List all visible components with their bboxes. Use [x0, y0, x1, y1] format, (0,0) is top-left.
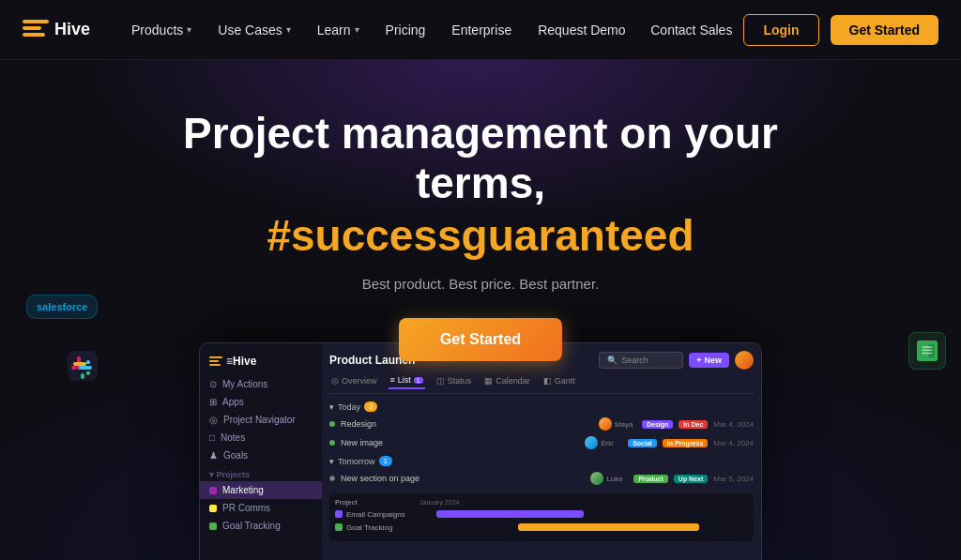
sheets-integration	[908, 332, 946, 370]
hero-description: Best product. Best price. Best partner.	[362, 276, 600, 292]
sidebar-item-notes[interactable]: □ Notes	[200, 429, 322, 446]
nav-learn[interactable]: Learn ▾	[306, 17, 371, 43]
nav-enterprise[interactable]: Enterprise	[440, 17, 523, 43]
sidebar-project-marketing[interactable]: Marketing	[200, 481, 322, 499]
overview-icon: ◎	[331, 376, 339, 386]
search-box[interactable]: 🔍 Search	[599, 352, 683, 369]
gantt-dates: January 2024	[419, 499, 748, 506]
projects-section-label: ▾ Projects	[200, 464, 322, 481]
slack-integration	[68, 351, 98, 385]
sidebar-item-my-actions[interactable]: ⊙ My Actions	[200, 375, 322, 393]
gantt-bar	[436, 510, 585, 518]
login-button[interactable]: Login	[743, 14, 818, 46]
app-preview: ≡Hive ⊙ My Actions ⊞ Apps ◎ Project Navi…	[199, 342, 762, 560]
list-icon: ≡	[390, 375, 395, 385]
gantt-row-label: Email Campaigns	[335, 510, 419, 519]
salesforce-integration: salesforce	[26, 295, 98, 319]
svg-rect-8	[923, 350, 933, 351]
svg-rect-11	[209, 360, 219, 362]
gantt-column-label: Project	[335, 499, 419, 506]
project-color-dot	[209, 487, 217, 494]
gantt-header: Project January 2024	[335, 499, 748, 506]
gantt-icon: ◧	[543, 376, 552, 386]
svg-rect-2	[23, 33, 45, 37]
project-color-dot	[209, 522, 217, 530]
task-tag: Design	[642, 420, 673, 429]
topbar-right: 🔍 Search + New	[599, 351, 754, 370]
chevron-down-icon: ▾	[286, 24, 291, 35]
table-row: New image Eric Social In Progress Mar 4,…	[329, 433, 754, 452]
sidebar-item-project-navigator[interactable]: ◎ Project Navigator	[200, 411, 322, 429]
hero-title: Project management on your terms,	[152, 109, 809, 208]
chevron-down-icon: ▾	[355, 24, 359, 35]
hero-subtitle: #successguaranteed	[267, 210, 694, 261]
gantt-row: Email Campaigns	[335, 509, 748, 519]
gantt-row: Goal Tracking	[335, 522, 748, 532]
today-section: ▾ Today 2	[329, 401, 754, 412]
plus-icon: +	[696, 356, 701, 365]
tab-overview[interactable]: ◎ Overview	[329, 375, 379, 389]
calendar-icon: ▦	[484, 376, 493, 386]
sidebar-item-apps[interactable]: ⊞ Apps	[200, 393, 322, 411]
app-main-content: Product Launch 🔍 Search + New	[322, 343, 761, 560]
tomorrow-section: ▾ Tomorrow 1	[329, 456, 754, 466]
svg-rect-0	[23, 20, 49, 23]
nav-use-cases[interactable]: Use Cases ▾	[206, 17, 301, 43]
sidebar-project-goal-tracking[interactable]: Goal Tracking	[200, 517, 322, 535]
task-tag: Social	[628, 439, 657, 447]
nav-pricing[interactable]: Pricing	[374, 17, 437, 43]
task-status-dot	[329, 476, 335, 481]
tab-list[interactable]: ≡ List 1	[389, 375, 425, 389]
due-date: Mar 4, 2024	[713, 420, 754, 429]
svg-rect-12	[209, 364, 221, 366]
gantt-area: Project January 2024 Email Campaigns	[329, 493, 754, 541]
get-started-hero-button[interactable]: Get Started	[399, 318, 562, 361]
contact-sales-link[interactable]: Contact Sales	[650, 23, 732, 38]
navbar: Hive Products ▾ Use Cases ▾ Learn ▾ Pric…	[0, 0, 961, 60]
sidebar-logo: ≡Hive	[200, 351, 322, 375]
notes-icon: □	[209, 432, 215, 443]
apps-icon: ⊞	[209, 397, 217, 407]
avatar	[585, 436, 598, 449]
task-assignee: Luke	[590, 472, 628, 485]
nav-request-demo[interactable]: Request Demo	[526, 17, 636, 43]
task-status-dot	[329, 421, 335, 427]
task-assignee: Eric	[585, 436, 622, 449]
nav-links: Products ▾ Use Cases ▾ Learn ▾ Pricing E…	[120, 17, 650, 43]
logo[interactable]: Hive	[23, 20, 90, 40]
svg-rect-9	[923, 353, 933, 354]
chevron-down-icon: ▾	[187, 24, 191, 35]
svg-rect-1	[23, 26, 41, 30]
my-actions-icon: ⊙	[209, 379, 217, 389]
task-tag: Product	[633, 475, 667, 483]
app-sidebar: ≡Hive ⊙ My Actions ⊞ Apps ◎ Project Navi…	[200, 343, 322, 560]
brand-name: Hive	[54, 20, 90, 39]
project-color-dot	[209, 505, 217, 512]
gantt-bar-area	[419, 522, 748, 532]
tab-gantt[interactable]: ◧ Gantt	[542, 375, 577, 389]
task-status-dot	[329, 440, 335, 446]
status-badge: In Progress	[663, 439, 709, 447]
status-badge: In Dec	[679, 420, 708, 429]
tab-calendar[interactable]: ▦ Calendar	[482, 375, 532, 389]
status-badge: Up Next	[674, 475, 708, 483]
hero-section: Project management on your terms, #succe…	[0, 60, 961, 560]
avatar	[590, 472, 603, 485]
goals-icon: ♟	[209, 450, 218, 461]
nav-products[interactable]: Products ▾	[120, 17, 203, 43]
nav-right: Contact Sales Login Get Started	[650, 14, 938, 46]
status-icon: ◫	[436, 376, 445, 386]
sidebar-item-goals[interactable]: ♟ Goals	[200, 446, 322, 464]
new-task-button[interactable]: + New	[689, 353, 729, 368]
gantt-row-label: Goal Tracking	[335, 523, 419, 532]
get-started-nav-button[interactable]: Get Started	[831, 15, 938, 45]
table-row: New section on page Luke Product Up Next…	[329, 469, 754, 488]
sidebar-project-pr-comms[interactable]: PR Comms	[200, 499, 322, 517]
search-icon: 🔍	[607, 356, 618, 365]
gantt-bar	[518, 523, 699, 531]
user-avatar	[735, 351, 754, 370]
due-date: Mar 5, 2024	[713, 475, 754, 483]
tab-status[interactable]: ◫ Status	[435, 375, 474, 389]
project-nav-icon: ◎	[209, 415, 218, 425]
svg-rect-7	[923, 346, 933, 347]
